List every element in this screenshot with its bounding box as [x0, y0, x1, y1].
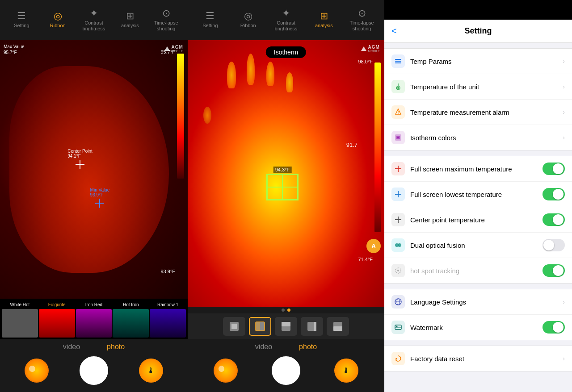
ribbon-icon-1: ◎	[54, 11, 62, 21]
setting-icon-1: ☰	[17, 11, 26, 21]
dual-fusion-label: Dual optical fusion	[410, 242, 543, 249]
panel-1: ☰ Setting ◎ Ribbon ✦ Contrast brightness…	[0, 0, 188, 392]
row-hot-spot[interactable]: hot spot tracking	[384, 258, 572, 283]
isotherm-colors-label: Isotherm colors	[410, 134, 561, 142]
full-max-toggle[interactable]	[543, 163, 565, 175]
video-tab-2[interactable]: video	[255, 343, 272, 351]
chevron-temp-alarm: ›	[563, 108, 565, 116]
full-min-toggle[interactable]	[543, 188, 565, 200]
finger-2	[247, 54, 255, 85]
min-crosshair-icon	[95, 199, 104, 208]
nav-contrast-1[interactable]: ✦ Contrast brightness	[76, 0, 112, 40]
max-temp-label: Max Value 95.7°F	[4, 44, 25, 55]
swatch-1[interactable]	[39, 309, 75, 338]
row-watermark[interactable]: Watermark	[384, 315, 572, 340]
region-cell-3	[267, 187, 282, 200]
back-button[interactable]: <	[391, 26, 397, 36]
camera-controls-1: 🌡	[0, 356, 188, 385]
contrast-icon-2: ✦	[282, 8, 290, 18]
center-pt-icon	[391, 213, 405, 226]
row-center-pt[interactable]: Center point temperature	[384, 207, 572, 233]
agm-triangle-2	[361, 46, 366, 51]
cam-mode-ir[interactable]	[223, 317, 245, 336]
shutter-button-1[interactable]	[80, 356, 108, 385]
bottom-controls-2: video photo 🌡	[188, 339, 384, 392]
thermal-blob-1	[9, 66, 169, 273]
nav-timelapse-2[interactable]: ⊙ Time-lapse shooting	[343, 0, 381, 40]
nav-analysis-2[interactable]: ⊞ analysis	[305, 0, 343, 40]
row-dual-fusion[interactable]: Dual optical fusion	[384, 233, 572, 258]
center-crosshair: Center Point 94.1°F	[67, 149, 93, 169]
analysis-icon-2: ⊞	[320, 11, 328, 21]
swatch-0[interactable]	[2, 309, 38, 338]
row-full-max[interactable]: Full screen maximum temperature	[384, 156, 572, 182]
dot-indicators	[188, 307, 384, 313]
dual-fusion-toggle[interactable]	[543, 239, 565, 251]
row-factory-reset[interactable]: Factory data reset ›	[384, 346, 572, 371]
nav-timelapse-1[interactable]: ⊙ Time-lapse shooting	[148, 0, 184, 40]
thermal-view-1: Max Value 95.7°F AGM MOBILE 95.7°F 93.9°…	[0, 40, 188, 299]
svg-rect-3	[256, 322, 260, 331]
chevron-temp-unit: ›	[563, 83, 565, 90]
palette-label-3: Hot Iron	[113, 302, 149, 309]
full-max-icon	[391, 162, 405, 175]
cam-mode-v2[interactable]	[301, 317, 323, 336]
mode-button-1[interactable]: 🌡	[139, 359, 163, 383]
timelapse-label-1: Time-lapse shooting	[148, 20, 184, 32]
setting-icon-2: ☰	[206, 11, 214, 21]
video-tab-1[interactable]: video	[63, 343, 80, 351]
swatch-4[interactable]	[150, 309, 186, 338]
row-full-min[interactable]: Full screen lowest temperature	[384, 182, 572, 207]
hot-spot-toggle[interactable]	[543, 264, 565, 277]
nav-setting-2[interactable]: ☰ Setting	[191, 0, 229, 40]
row-isotherm[interactable]: Isotherm colors ›	[384, 125, 572, 150]
svg-rect-11	[395, 61, 401, 62]
shutter-button-2[interactable]	[272, 356, 300, 385]
cam-mode-blend[interactable]	[249, 317, 271, 336]
nav-contrast-2[interactable]: ✦ Contrast brightness	[267, 0, 305, 40]
mode-tabs-1: video photo	[0, 343, 188, 351]
avatar-button[interactable]: A	[366, 239, 381, 253]
scale-bottom-label-1: 93.9°F	[160, 269, 175, 274]
full-max-thumb	[553, 163, 564, 174]
settings-header-bar	[384, 0, 572, 20]
analysis-label-1: analysis	[121, 23, 139, 29]
watermark-toggle[interactable]	[543, 321, 565, 334]
chevron-language: ›	[563, 298, 565, 305]
temp-unit-icon	[391, 80, 405, 93]
scale-top-label-1: 95.7°F	[160, 49, 175, 54]
setting-label-1: Setting	[14, 23, 29, 29]
row-language[interactable]: Language Settings ›	[384, 289, 572, 315]
photo-tab-1[interactable]: photo	[107, 343, 125, 351]
cam-mode-v3[interactable]	[327, 317, 349, 336]
gallery-button-1[interactable]	[25, 359, 49, 383]
contrast-label-1: Contrast brightness	[76, 20, 112, 32]
watermark-icon	[391, 321, 405, 334]
nav-setting-1[interactable]: ☰ Setting	[4, 0, 40, 40]
swatch-3[interactable]	[113, 309, 149, 338]
min-crosshair: Min Value 93.9°F	[90, 188, 110, 208]
nav-ribbon-1[interactable]: ◎ Ribbon	[40, 0, 76, 40]
mode-button-2[interactable]: 🌡	[334, 359, 358, 383]
cam-mode-v1[interactable]	[275, 317, 297, 336]
photo-tab-2[interactable]: photo	[299, 343, 317, 351]
settings-section-3: Language Settings › Watermark	[384, 289, 572, 340]
palette-label-2: Iron Red	[76, 302, 112, 309]
svg-rect-34	[395, 325, 401, 329]
isotherm-button[interactable]: Isotherm	[266, 46, 306, 58]
dual-fusion-icon	[391, 238, 405, 252]
dot-1	[287, 309, 290, 312]
center-pt-label: Center point temperature	[410, 216, 543, 224]
center-pt-toggle[interactable]	[543, 213, 565, 226]
palette-strip: White Hot Fulgurite Iron Red Hot Iron Ra…	[0, 299, 188, 339]
nav-analysis-1[interactable]: ⊞ analysis	[112, 0, 148, 40]
temp-unit-label: Temperature of the unit	[410, 83, 561, 91]
row-temp-params[interactable]: Temp Params ›	[384, 49, 572, 74]
center-label: Center Point 94.1°F	[67, 149, 93, 158]
swatch-2[interactable]	[76, 309, 112, 338]
gallery-button-2[interactable]	[214, 359, 238, 383]
row-temp-unit[interactable]: Temperature of the unit ›	[384, 74, 572, 100]
nav-ribbon-2[interactable]: ◎ Ribbon	[229, 0, 267, 40]
chevron-isotherm: ›	[563, 134, 565, 141]
row-temp-alarm[interactable]: Temperature measurement alarm ›	[384, 100, 572, 125]
